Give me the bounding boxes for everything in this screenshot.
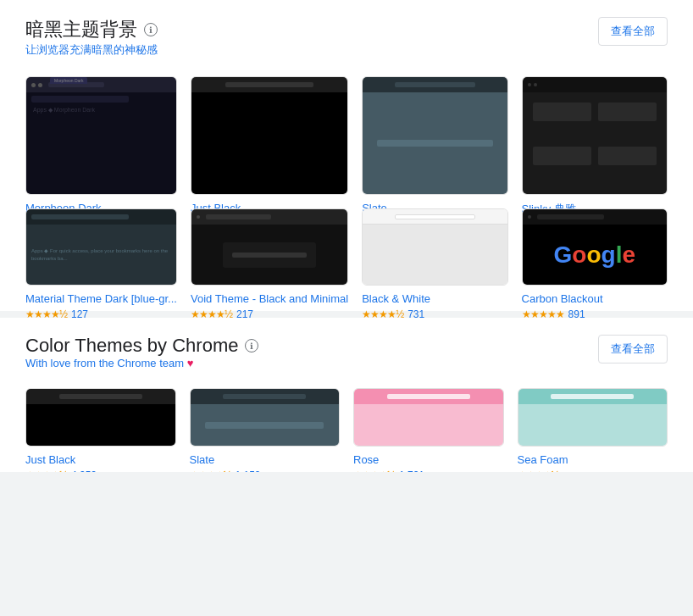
stars-carbon-blackout: ★★★★★ <box>522 308 564 320</box>
rating-row-material-dark: ★★★★½127 <box>25 308 177 320</box>
rating-row-just-black-2: ★★★★½4,352 <box>25 469 176 472</box>
rating-count-material-dark[interactable]: 127 <box>71 308 88 320</box>
theme-name-void-theme[interactable]: Void Theme - Black and Minimal <box>191 292 348 305</box>
theme-thumbnail-seafoam <box>518 388 668 447</box>
color-subtitle-text: With love from the Chrome team <box>25 357 184 369</box>
rating-row-carbon-blackout: ★★★★★891 <box>522 308 668 320</box>
theme-thumbnail-void-theme <box>191 208 348 286</box>
theme-card-carbon-blackout[interactable]: Google Carbon Blackout★★★★★891 <box>522 208 668 286</box>
theme-name-material-dark[interactable]: Material Theme Dark [blue-gr... <box>25 292 177 305</box>
rating-count-carbon-blackout[interactable]: 891 <box>568 308 585 320</box>
dark-subtitle[interactable]: 让浏览器充满暗黑的神秘感 <box>25 42 158 58</box>
color-section-header: Color Themes by Chrome ℹ With love from … <box>25 335 668 383</box>
theme-name-slate-2[interactable]: Slate <box>190 453 341 466</box>
theme-name-carbon-blackout[interactable]: Carbon Blackout <box>522 292 668 305</box>
theme-card-morpheon-dark[interactable]: Morpheon Dark Apps ◆ Morpheon Dark Morph… <box>25 76 177 195</box>
theme-thumbnail-just-black-2 <box>25 388 176 447</box>
dark-section-title-group: 暗黑主题背景 ℹ 让浏览器充满暗黑的神秘感 <box>25 17 158 71</box>
theme-thumbnail-slate-2 <box>190 388 341 447</box>
theme-name-rose[interactable]: Rose <box>353 453 504 466</box>
rating-row-slate-2: ★★★★½1,159 <box>190 469 341 472</box>
rating-row-void-theme: ★★★★½217 <box>191 308 348 320</box>
theme-card-seafoam[interactable]: Sea Foam★★★★½... <box>518 388 668 447</box>
stars-seafoam: ★★★★½ <box>518 469 559 472</box>
rating-count-void-theme[interactable]: 217 <box>236 308 253 320</box>
stars-just-black-2: ★★★★½ <box>25 469 67 472</box>
rating-row-rose: ★★★★½1,721 <box>353 469 504 472</box>
theme-thumbnail-slinky <box>522 76 668 195</box>
heart-icon: ♥ <box>187 357 194 369</box>
rating-count-just-black-2[interactable]: 4,352 <box>71 469 97 472</box>
rating-count-rose[interactable]: 1,721 <box>399 469 424 472</box>
theme-card-void-theme[interactable]: Void Theme - Black and Minimal★★★★½217 <box>191 208 348 286</box>
theme-thumbnail-morpheon-dark: Morpheon Dark Apps ◆ Morpheon Dark <box>25 76 177 195</box>
theme-card-black-white[interactable]: Black & White★★★★½731 <box>362 208 507 286</box>
dark-themes-grid: Morpheon Dark Apps ◆ Morpheon Dark Morph… <box>25 76 668 286</box>
theme-card-rose[interactable]: Rose★★★★½1,721 <box>353 388 504 447</box>
color-subtitle[interactable]: With love from the Chrome team ♥ <box>25 357 258 369</box>
color-themes-grid: Just Black★★★★½4,352 Slate★★★★½1,159 Ros… <box>25 388 668 447</box>
theme-thumbnail-material-dark: Apps ◆ For quick access, place your book… <box>25 208 177 286</box>
theme-thumbnail-slate <box>362 76 507 195</box>
rating-count-slate-2[interactable]: 1,159 <box>236 469 261 472</box>
rating-count-black-white[interactable]: 731 <box>407 308 424 320</box>
theme-name-black-white[interactable]: Black & White <box>362 292 507 305</box>
theme-card-slate[interactable]: Slate★★★★½1,159 <box>362 76 507 195</box>
stars-rose: ★★★★½ <box>353 469 395 472</box>
dark-section-title: 暗黑主题背景 ℹ <box>25 17 158 42</box>
color-title-text: Color Themes by Chrome <box>25 335 238 357</box>
theme-thumbnail-rose <box>353 388 504 447</box>
color-section-title-group: Color Themes by Chrome ℹ With love from … <box>25 335 258 383</box>
color-themes-section: Color Themes by Chrome ℹ With love from … <box>0 318 693 472</box>
dark-view-all-button[interactable]: 查看全部 <box>598 17 668 46</box>
rating-row-seafoam: ★★★★½... <box>518 469 668 472</box>
theme-card-slinky[interactable]: Slinky 典雅★★★★★5,426 <box>522 76 668 195</box>
dark-title-text: 暗黑主题背景 <box>25 17 137 42</box>
theme-thumbnail-just-black <box>191 76 348 195</box>
color-info-icon[interactable]: ℹ <box>245 339 258 352</box>
dark-info-icon[interactable]: ℹ <box>144 23 158 36</box>
stars-black-white: ★★★★½ <box>362 308 403 320</box>
theme-card-slate-2[interactable]: Slate★★★★½1,159 <box>190 388 341 447</box>
theme-card-just-black-2[interactable]: Just Black★★★★½4,352 <box>25 388 176 447</box>
stars-material-dark: ★★★★½ <box>25 308 67 320</box>
theme-name-just-black-2[interactable]: Just Black <box>25 453 176 466</box>
dark-themes-section: 暗黑主题背景 ℹ 让浏览器充满暗黑的神秘感 查看全部 Morpheon Dark… <box>0 0 693 311</box>
stars-void-theme: ★★★★½ <box>191 308 232 320</box>
page-container: 暗黑主题背景 ℹ 让浏览器充满暗黑的神秘感 查看全部 Morpheon Dark… <box>0 0 693 472</box>
theme-thumbnail-carbon-blackout: Google <box>522 208 668 286</box>
rating-row-black-white: ★★★★½731 <box>362 308 507 320</box>
theme-card-just-black[interactable]: Just Black★★★★½4,352 <box>191 76 348 195</box>
theme-name-seafoam[interactable]: Sea Foam <box>518 453 668 466</box>
color-section-title: Color Themes by Chrome ℹ <box>25 335 258 357</box>
color-view-all-button[interactable]: 查看全部 <box>598 335 668 363</box>
theme-thumbnail-black-white <box>362 208 507 286</box>
theme-card-material-dark[interactable]: Apps ◆ For quick access, place your book… <box>25 208 177 286</box>
rating-count-seafoam[interactable]: ... <box>563 469 572 472</box>
dark-section-header: 暗黑主题背景 ℹ 让浏览器充满暗黑的神秘感 查看全部 <box>25 17 668 71</box>
stars-slate-2: ★★★★½ <box>190 469 231 472</box>
